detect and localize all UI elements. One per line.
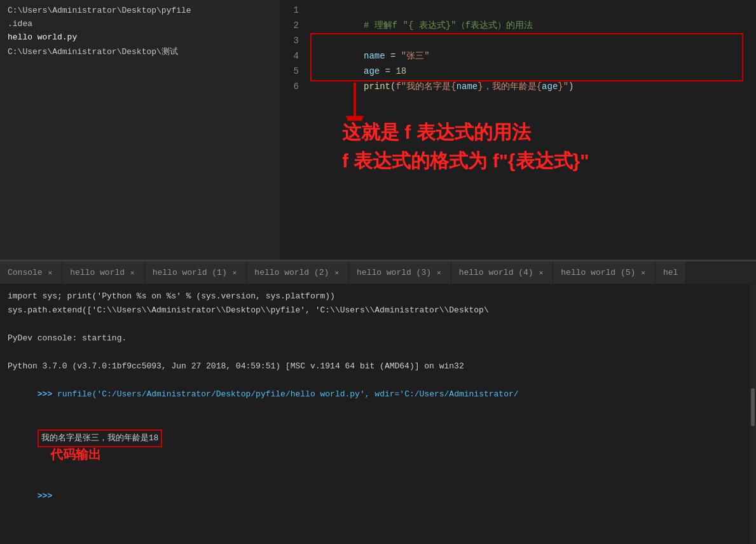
console-line-2: sys.path.extend(['C:\\Users\\Administrat… <box>8 303 748 317</box>
line-numbers: 1 2 3 4 5 6 <box>280 0 304 260</box>
tab-console[interactable]: Console ✕ <box>0 262 62 284</box>
sidebar-item-pyfile[interactable]: C:\Users\Administrator\Desktop\pyfile <box>0 4 280 17</box>
annotation-text: 这就是 f 表达式的用法 f 表达式的格式为 f"{表达式}" <box>342 118 589 175</box>
code-line-3: name = "张三" <box>310 33 756 48</box>
sidebar-item-desktop[interactable]: C:\Users\Administrator\Desktop\测试 <box>0 44 280 59</box>
tab-close-helloworld[interactable]: ✕ <box>128 268 137 277</box>
code-editor: 1 2 3 4 5 6 # 理解f "{ 表达式}"（f表达式）的用法 name… <box>280 0 756 260</box>
console-output-line: 我的名字是张三，我的年龄是18 代码输出 <box>8 415 748 475</box>
console-line-5 <box>8 345 748 359</box>
output-annotation: 代码输出 <box>50 447 101 461</box>
console-prompt-end: >>> <box>8 475 748 517</box>
scrollbar-thumb[interactable] <box>751 388 755 426</box>
tab-helloworld-2[interactable]: hello world (2) ✕ <box>247 262 349 284</box>
tab-helloworld-4[interactable]: hello world (4) ✕ <box>451 262 554 284</box>
tab-close-helloworld-5[interactable]: ✕ <box>639 268 647 277</box>
console-line-3 <box>8 317 748 331</box>
console-line-4: PyDev console: starting. <box>8 331 748 345</box>
tab-bar: Console ✕ hello world ✕ hello world (1) … <box>0 262 756 284</box>
editor-area: 1 2 3 4 5 6 # 理解f "{ 表达式}"（f表达式）的用法 name… <box>280 0 756 260</box>
tab-helloworld-5[interactable]: hello world (5) ✕ <box>553 262 656 284</box>
tab-close-helloworld-1[interactable]: ✕ <box>231 268 239 277</box>
tab-hel[interactable]: hel <box>656 262 686 284</box>
console-panel: import sys; print('Python %s on %s' % (s… <box>0 284 756 544</box>
output-box: 我的名字是张三，我的年龄是18 <box>38 429 163 447</box>
tab-helloworld-1[interactable]: hello world (1) ✕ <box>145 262 247 284</box>
tab-close-helloworld-3[interactable]: ✕ <box>435 268 443 277</box>
tab-helloworld-3[interactable]: hello world (3) ✕ <box>349 262 451 284</box>
tab-close-console[interactable]: ✕ <box>46 268 55 277</box>
tab-helloworld[interactable]: hello world ✕ <box>62 262 144 284</box>
code-content[interactable]: # 理解f "{ 表达式}"（f表达式）的用法 name = "张三" age … <box>304 0 756 260</box>
scrollbar-track[interactable] <box>750 284 756 544</box>
console-line-6: Python 3.7.0 (v3.7.0:1bf9cc5093, Jun 27 … <box>8 359 748 373</box>
tab-close-helloworld-2[interactable]: ✕ <box>333 268 341 277</box>
console-line-7: >>> runfile('C:/Users/Administrator/Desk… <box>8 373 748 415</box>
code-line-1: # 理解f "{ 表达式}"（f表达式）的用法 <box>310 3 756 18</box>
main-area: C:\Users\Administrator\Desktop\pyfile .i… <box>0 0 756 260</box>
sidebar-item-idea[interactable]: .idea <box>0 17 280 31</box>
console-output[interactable]: import sys; print('Python %s on %s' % (s… <box>0 284 756 522</box>
sidebar: C:\Users\Administrator\Desktop\pyfile .i… <box>0 0 280 260</box>
console-line-1: import sys; print('Python %s on %s' % (s… <box>8 289 748 303</box>
tab-close-helloworld-4[interactable]: ✕ <box>537 268 546 277</box>
sidebar-item-helloworld[interactable]: hello world.py <box>0 31 280 44</box>
